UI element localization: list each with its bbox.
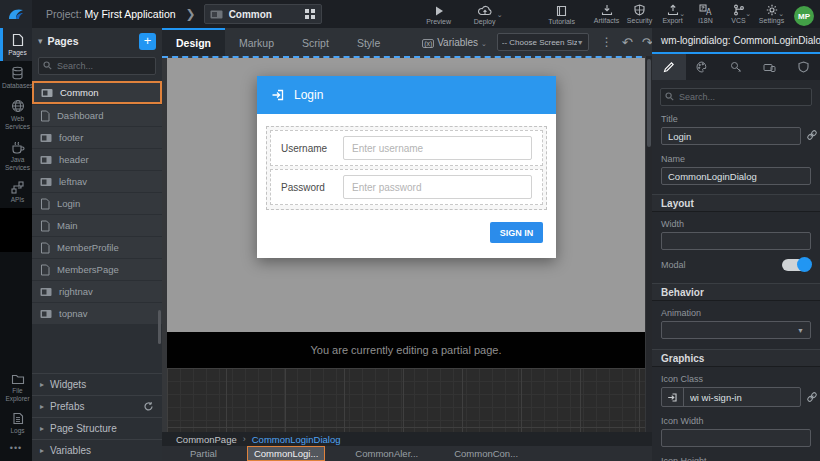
modal-toggle[interactable] [782, 259, 811, 271]
tab-events[interactable] [719, 54, 753, 80]
artifacts-button[interactable]: Artifacts [590, 2, 623, 24]
password-input[interactable] [343, 175, 532, 199]
properties-search-input[interactable] [660, 88, 812, 106]
tab-properties[interactable] [652, 54, 686, 80]
caret-down-icon: ⌄ [778, 10, 784, 18]
tab-design[interactable]: Design [162, 28, 225, 56]
tab-security[interactable] [786, 54, 820, 80]
user-avatar[interactable]: MP [794, 6, 814, 26]
icon-width-input[interactable] [661, 429, 811, 447]
icon-class-input[interactable] [684, 392, 800, 403]
username-form-row[interactable]: Username [270, 130, 543, 166]
rail-item-apis[interactable]: APIs [0, 176, 32, 208]
rail-item-file-explorer[interactable]: File Explorer [0, 368, 32, 407]
rail-item-pages[interactable]: Pages [0, 28, 32, 61]
page-item-leftnav[interactable]: leftnav [32, 171, 162, 192]
page-icon [40, 220, 50, 232]
page-item-login[interactable]: Login [32, 193, 162, 214]
login-dialog-widget[interactable]: Login Username Password SIGN IN [257, 76, 556, 258]
page-item-dashboard[interactable]: Dashboard [32, 105, 162, 126]
page-item-main[interactable]: Main [32, 215, 162, 236]
wavemaker-studio: Project: My First Application ❯ Common P… [0, 0, 820, 461]
rail-item-java-services[interactable]: Java Services [0, 136, 32, 176]
rail-item-web-services[interactable]: Web Services [0, 94, 32, 135]
settings-button[interactable]: ⌄ Settings [755, 2, 788, 24]
dialog-form-dropzone[interactable]: Username Password [266, 126, 547, 210]
breadcrumb-commonpage[interactable]: CommonPage [176, 434, 237, 445]
deploy-button[interactable]: ⌄ Deploy [463, 3, 507, 25]
security-button[interactable]: Security [623, 2, 656, 24]
canvas-scrollbar-thumb[interactable] [647, 59, 651, 147]
tab-markup[interactable]: Markup [225, 28, 288, 56]
rail-item-logs[interactable]: Logs [0, 407, 32, 439]
page-item-footer[interactable]: footer [32, 127, 162, 148]
partial-icon [40, 309, 52, 319]
folder-icon [11, 373, 25, 385]
kebab-menu-icon[interactable]: ⋮ [601, 36, 613, 48]
rail-item-databases[interactable]: Databases [0, 61, 32, 94]
caret-down-icon: ▾ [38, 36, 43, 46]
sign-in-button[interactable]: SIGN IN [490, 222, 543, 243]
canvas-page-background[interactable]: Login Username Password SIGN IN [167, 58, 645, 332]
redo-icon[interactable]: ↷ [642, 36, 653, 49]
caret-down-icon: ▼ [577, 39, 584, 46]
refresh-icon[interactable] [143, 401, 154, 412]
username-input[interactable] [343, 136, 532, 160]
width-field-input[interactable] [661, 232, 811, 250]
page-item-header[interactable]: header [32, 149, 162, 170]
vcs-button[interactable]: ⌄ VCS [722, 2, 755, 24]
page-icon [11, 33, 24, 47]
tab-style[interactable]: Style [343, 28, 394, 56]
pages-search-input[interactable] [38, 57, 156, 75]
tutorials-button[interactable]: Tutorials [540, 3, 584, 25]
bind-link-icon[interactable] [806, 391, 818, 403]
i18n-button[interactable]: A i18N [689, 2, 722, 24]
title-field-input[interactable] [661, 127, 801, 145]
animation-select[interactable]: ▼ [661, 321, 811, 339]
section-graphics-header[interactable]: Graphics [652, 349, 820, 367]
pages-panel-scrollbar[interactable] [158, 310, 161, 344]
dialog-header[interactable]: Login [257, 76, 556, 114]
page-item-memberprofile[interactable]: MemberProfile [32, 237, 162, 258]
name-field-label: Name [661, 154, 811, 164]
tab-commonlogindialog[interactable]: CommonLogi... [247, 446, 325, 461]
export-button[interactable]: ⌄ Export [656, 2, 689, 24]
tab-commonconfirmdialog[interactable]: CommonCon... [448, 447, 524, 460]
tab-devices[interactable] [753, 54, 787, 80]
project-name: My First Application [85, 8, 176, 20]
editor-toolbar: Design Markup Script Style (x) Variables… [162, 28, 652, 56]
name-field-input[interactable] [661, 167, 811, 185]
section-prefabs[interactable]: ▸ Prefabs [32, 395, 162, 417]
section-layout-header[interactable]: Layout [652, 194, 820, 212]
bind-link-icon[interactable] [806, 129, 818, 141]
tab-script[interactable]: Script [288, 28, 343, 56]
rail-more-button[interactable]: ••• [0, 439, 32, 457]
app-logo[interactable] [0, 0, 32, 28]
tab-commonalertdialog[interactable]: CommonAler... [349, 447, 424, 460]
screen-size-select[interactable]: -- Choose Screen Size -- ▼ [497, 33, 589, 51]
tab-styles[interactable] [686, 54, 720, 80]
tab-partial[interactable]: Partial [184, 447, 223, 460]
caret-down-icon: ▼ [797, 327, 804, 334]
page-selector-dropdown[interactable]: Common [204, 4, 322, 24]
pages-panel-header[interactable]: ▾ Pages + [32, 28, 162, 54]
partial-icon [40, 177, 52, 187]
caret-right-icon: ▸ [40, 446, 44, 455]
undo-icon[interactable]: ↶ [622, 36, 633, 49]
breadcrumb-commonlogindialog[interactable]: CommonLoginDialog [252, 434, 341, 445]
icon-class-group [661, 387, 801, 407]
page-item-rightnav[interactable]: rightnav [32, 281, 162, 302]
section-page-structure[interactable]: ▸ Page Structure [32, 417, 162, 439]
page-item-memberspage[interactable]: MembersPage [32, 259, 162, 280]
page-item-topnav[interactable]: topnav [32, 303, 162, 324]
section-variables[interactable]: ▸ Variables [32, 439, 162, 461]
add-page-button[interactable]: + [139, 33, 156, 50]
dialog-title: Login [294, 88, 323, 102]
section-widgets[interactable]: ▸ Widgets [32, 373, 162, 395]
design-canvas[interactable]: Login Username Password SIGN IN [162, 56, 652, 432]
password-form-row[interactable]: Password [270, 169, 543, 205]
page-item-common[interactable]: Common [32, 81, 162, 104]
preview-button[interactable]: Preview [417, 3, 461, 25]
section-behavior-header[interactable]: Behavior [652, 283, 820, 301]
variables-button[interactable]: (x) Variables ⌄ [422, 37, 487, 48]
